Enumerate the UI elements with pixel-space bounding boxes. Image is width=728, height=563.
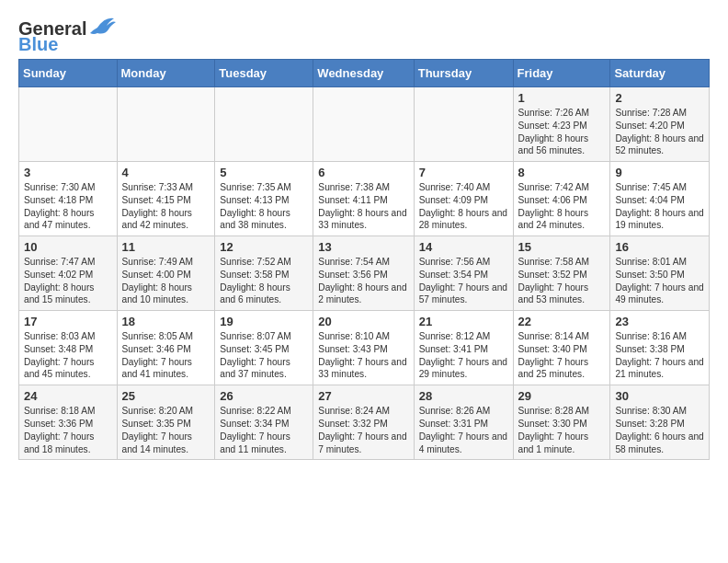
calendar-cell: 10Sunrise: 7:47 AM Sunset: 4:02 PM Dayli… bbox=[19, 236, 118, 311]
day-info: Sunrise: 8:14 AM Sunset: 3:40 PM Dayligh… bbox=[518, 330, 606, 381]
day-number: 21 bbox=[419, 315, 508, 328]
day-info: Sunrise: 8:20 AM Sunset: 3:35 PM Dayligh… bbox=[122, 405, 210, 455]
calendar-cell: 20Sunrise: 8:10 AM Sunset: 3:43 PM Dayli… bbox=[313, 311, 414, 385]
weekday-header-monday: Monday bbox=[117, 60, 215, 87]
calendar-cell: 9Sunrise: 7:45 AM Sunset: 4:04 PM Daylig… bbox=[610, 162, 710, 236]
day-info: Sunrise: 7:54 AM Sunset: 3:56 PM Dayligh… bbox=[318, 256, 408, 306]
day-info: Sunrise: 8:24 AM Sunset: 3:32 PM Dayligh… bbox=[318, 405, 408, 455]
calendar-cell: 1Sunrise: 7:26 AM Sunset: 4:23 PM Daylig… bbox=[513, 87, 610, 162]
calendar-cell bbox=[19, 87, 118, 162]
day-number: 22 bbox=[518, 315, 606, 328]
weekday-header-thursday: Thursday bbox=[414, 60, 513, 87]
calendar-cell: 25Sunrise: 8:20 AM Sunset: 3:35 PM Dayli… bbox=[117, 385, 215, 460]
weekday-header-friday: Friday bbox=[513, 60, 610, 87]
calendar-cell: 23Sunrise: 8:16 AM Sunset: 3:38 PM Dayli… bbox=[610, 311, 710, 385]
calendar-header-row: SundayMondayTuesdayWednesdayThursdayFrid… bbox=[19, 60, 710, 87]
calendar-cell: 4Sunrise: 7:33 AM Sunset: 4:15 PM Daylig… bbox=[117, 162, 215, 236]
day-number: 4 bbox=[122, 166, 210, 179]
day-info: Sunrise: 8:22 AM Sunset: 3:34 PM Dayligh… bbox=[220, 405, 308, 455]
calendar-cell: 3Sunrise: 7:30 AM Sunset: 4:18 PM Daylig… bbox=[19, 162, 118, 236]
weekday-header-tuesday: Tuesday bbox=[215, 60, 313, 87]
calendar-cell: 13Sunrise: 7:54 AM Sunset: 3:56 PM Dayli… bbox=[313, 236, 414, 311]
calendar-cell: 2Sunrise: 7:28 AM Sunset: 4:20 PM Daylig… bbox=[610, 87, 710, 162]
day-number: 30 bbox=[615, 389, 704, 403]
day-number: 10 bbox=[24, 240, 112, 254]
day-info: Sunrise: 8:01 AM Sunset: 3:50 PM Dayligh… bbox=[615, 256, 704, 306]
day-number: 12 bbox=[220, 240, 308, 254]
calendar-cell: 26Sunrise: 8:22 AM Sunset: 3:34 PM Dayli… bbox=[215, 385, 313, 460]
calendar-cell: 12Sunrise: 7:52 AM Sunset: 3:58 PM Dayli… bbox=[215, 236, 313, 311]
calendar-cell: 21Sunrise: 8:12 AM Sunset: 3:41 PM Dayli… bbox=[414, 311, 513, 385]
day-number: 7 bbox=[419, 166, 508, 179]
day-number: 15 bbox=[518, 240, 606, 254]
day-info: Sunrise: 7:33 AM Sunset: 4:15 PM Dayligh… bbox=[122, 181, 210, 232]
day-info: Sunrise: 8:26 AM Sunset: 3:31 PM Dayligh… bbox=[419, 405, 508, 455]
day-info: Sunrise: 7:47 AM Sunset: 4:02 PM Dayligh… bbox=[24, 256, 112, 306]
day-number: 28 bbox=[419, 389, 508, 403]
calendar-cell: 5Sunrise: 7:35 AM Sunset: 4:13 PM Daylig… bbox=[215, 162, 313, 236]
calendar-cell: 14Sunrise: 7:56 AM Sunset: 3:54 PM Dayli… bbox=[414, 236, 513, 311]
calendar-cell: 17Sunrise: 8:03 AM Sunset: 3:48 PM Dayli… bbox=[19, 311, 118, 385]
day-number: 14 bbox=[419, 240, 508, 254]
calendar-cell: 7Sunrise: 7:40 AM Sunset: 4:09 PM Daylig… bbox=[414, 162, 513, 236]
day-number: 1 bbox=[518, 91, 606, 105]
day-info: Sunrise: 7:26 AM Sunset: 4:23 PM Dayligh… bbox=[518, 107, 606, 157]
weekday-header-wednesday: Wednesday bbox=[313, 60, 414, 87]
calendar-cell: 16Sunrise: 8:01 AM Sunset: 3:50 PM Dayli… bbox=[610, 236, 710, 311]
page: General Blue SundayMondayTuesdayWednesda… bbox=[0, 0, 728, 563]
calendar-table: SundayMondayTuesdayWednesdayThursdayFrid… bbox=[18, 59, 710, 460]
day-number: 5 bbox=[220, 166, 308, 179]
calendar-week-4: 17Sunrise: 8:03 AM Sunset: 3:48 PM Dayli… bbox=[19, 311, 710, 385]
day-info: Sunrise: 8:28 AM Sunset: 3:30 PM Dayligh… bbox=[518, 405, 606, 455]
day-info: Sunrise: 8:10 AM Sunset: 3:43 PM Dayligh… bbox=[318, 330, 408, 381]
day-info: Sunrise: 7:40 AM Sunset: 4:09 PM Dayligh… bbox=[419, 181, 508, 232]
day-number: 17 bbox=[24, 315, 112, 328]
day-info: Sunrise: 8:30 AM Sunset: 3:28 PM Dayligh… bbox=[615, 405, 704, 455]
day-number: 8 bbox=[518, 166, 606, 179]
day-info: Sunrise: 7:30 AM Sunset: 4:18 PM Dayligh… bbox=[24, 181, 112, 232]
day-info: Sunrise: 7:49 AM Sunset: 4:00 PM Dayligh… bbox=[122, 256, 210, 306]
day-info: Sunrise: 8:16 AM Sunset: 3:38 PM Dayligh… bbox=[615, 330, 704, 381]
weekday-header-saturday: Saturday bbox=[610, 60, 710, 87]
calendar-cell: 27Sunrise: 8:24 AM Sunset: 3:32 PM Dayli… bbox=[313, 385, 414, 460]
logo-bird-icon bbox=[88, 15, 116, 39]
day-number: 2 bbox=[615, 91, 704, 105]
calendar-week-3: 10Sunrise: 7:47 AM Sunset: 4:02 PM Dayli… bbox=[19, 236, 710, 311]
day-number: 19 bbox=[220, 315, 308, 328]
day-info: Sunrise: 7:35 AM Sunset: 4:13 PM Dayligh… bbox=[220, 181, 308, 232]
day-info: Sunrise: 7:56 AM Sunset: 3:54 PM Dayligh… bbox=[419, 256, 508, 306]
calendar-cell: 30Sunrise: 8:30 AM Sunset: 3:28 PM Dayli… bbox=[610, 385, 710, 460]
calendar-cell: 8Sunrise: 7:42 AM Sunset: 4:06 PM Daylig… bbox=[513, 162, 610, 236]
day-info: Sunrise: 8:18 AM Sunset: 3:36 PM Dayligh… bbox=[24, 405, 112, 455]
calendar-week-1: 1Sunrise: 7:26 AM Sunset: 4:23 PM Daylig… bbox=[19, 87, 710, 162]
calendar-week-5: 24Sunrise: 8:18 AM Sunset: 3:36 PM Dayli… bbox=[19, 385, 710, 460]
calendar-cell: 19Sunrise: 8:07 AM Sunset: 3:45 PM Dayli… bbox=[215, 311, 313, 385]
calendar-cell: 29Sunrise: 8:28 AM Sunset: 3:30 PM Dayli… bbox=[513, 385, 610, 460]
calendar-cell: 18Sunrise: 8:05 AM Sunset: 3:46 PM Dayli… bbox=[117, 311, 215, 385]
day-number: 18 bbox=[122, 315, 210, 328]
day-info: Sunrise: 7:58 AM Sunset: 3:52 PM Dayligh… bbox=[518, 256, 606, 306]
calendar-cell: 6Sunrise: 7:38 AM Sunset: 4:11 PM Daylig… bbox=[313, 162, 414, 236]
calendar-cell bbox=[215, 87, 313, 162]
day-number: 25 bbox=[122, 389, 210, 403]
weekday-header-sunday: Sunday bbox=[19, 60, 118, 87]
calendar-cell: 15Sunrise: 7:58 AM Sunset: 3:52 PM Dayli… bbox=[513, 236, 610, 311]
day-number: 23 bbox=[615, 315, 704, 328]
logo: General Blue bbox=[18, 18, 116, 53]
calendar-cell: 28Sunrise: 8:26 AM Sunset: 3:31 PM Dayli… bbox=[414, 385, 513, 460]
calendar-cell bbox=[313, 87, 414, 162]
day-number: 6 bbox=[318, 166, 408, 179]
calendar-cell: 22Sunrise: 8:14 AM Sunset: 3:40 PM Dayli… bbox=[513, 311, 610, 385]
day-info: Sunrise: 7:42 AM Sunset: 4:06 PM Dayligh… bbox=[518, 181, 606, 232]
day-number: 26 bbox=[220, 389, 308, 403]
day-info: Sunrise: 8:05 AM Sunset: 3:46 PM Dayligh… bbox=[122, 330, 210, 381]
day-info: Sunrise: 8:03 AM Sunset: 3:48 PM Dayligh… bbox=[24, 330, 112, 381]
day-number: 3 bbox=[24, 166, 112, 179]
calendar-cell bbox=[414, 87, 513, 162]
calendar-week-2: 3Sunrise: 7:30 AM Sunset: 4:18 PM Daylig… bbox=[19, 162, 710, 236]
day-number: 16 bbox=[615, 240, 704, 254]
day-number: 20 bbox=[318, 315, 408, 328]
day-number: 27 bbox=[318, 389, 408, 403]
day-number: 24 bbox=[24, 389, 112, 403]
day-info: Sunrise: 7:45 AM Sunset: 4:04 PM Dayligh… bbox=[615, 181, 704, 232]
